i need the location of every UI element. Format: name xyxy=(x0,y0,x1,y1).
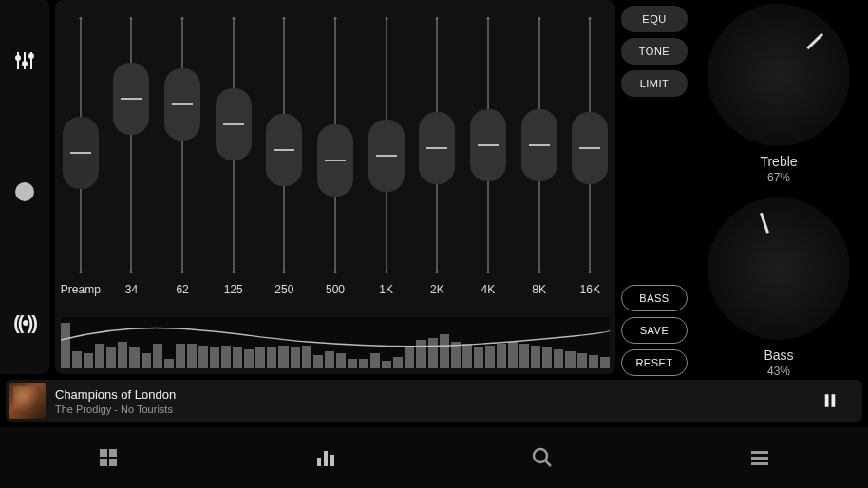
now-playing-bar[interactable]: Champions of London The Prodigy - No Tou… xyxy=(6,380,862,422)
band-slider-2K[interactable]: 2K xyxy=(411,11,462,296)
svg-point-3 xyxy=(23,62,27,66)
equ-button[interactable]: EQU xyxy=(621,6,688,32)
band-label: 16K xyxy=(564,283,615,296)
pause-button[interactable] xyxy=(811,382,849,420)
band-label: 4K xyxy=(462,283,514,296)
search-icon xyxy=(531,446,554,469)
svg-rect-18 xyxy=(751,457,768,460)
band-slider-125[interactable]: 125 xyxy=(208,11,259,296)
svg-point-5 xyxy=(29,54,33,58)
band-label: 8K xyxy=(514,283,565,296)
album-art xyxy=(9,383,46,419)
eq-curve xyxy=(61,317,610,368)
svg-rect-9 xyxy=(109,449,117,457)
band-label: 250 xyxy=(259,283,311,296)
equalizer-screen: ((•)) Preamp34621252505001K2K4K8K16K EQU… xyxy=(0,0,868,488)
limit-button[interactable]: LIMIT xyxy=(621,70,688,97)
sliders-icon[interactable] xyxy=(11,47,38,74)
band-slider-500[interactable]: 500 xyxy=(310,11,361,296)
band-label: Preamp xyxy=(55,283,106,296)
equalizer-icon xyxy=(314,446,337,469)
spectrum xyxy=(61,317,610,368)
track-meta: Champions of London The Prodigy - No Tou… xyxy=(55,387,811,415)
tone-knobs: Treble 67% Bass 43% xyxy=(693,4,864,374)
band-slider-250[interactable]: 250 xyxy=(259,11,311,296)
treble-value: 67% xyxy=(767,171,790,184)
nav-menu[interactable] xyxy=(741,439,779,477)
band-label: 1K xyxy=(361,283,412,296)
band-slider-8K[interactable]: 8K xyxy=(514,11,565,296)
reset-button[interactable]: RESET xyxy=(621,349,688,376)
treble-knob-wrap: Treble 67% xyxy=(708,4,850,184)
track-title: Champions of London xyxy=(55,387,811,402)
svg-point-15 xyxy=(534,449,547,462)
band-slider-34[interactable]: 34 xyxy=(106,11,158,296)
svg-rect-8 xyxy=(100,449,107,457)
nav-library[interactable] xyxy=(89,439,127,477)
eq-panel: Preamp34621252505001K2K4K8K16K xyxy=(55,0,615,374)
treble-label: Treble xyxy=(760,154,797,169)
svg-rect-13 xyxy=(324,451,328,466)
band-label: 2K xyxy=(411,283,462,296)
pause-icon xyxy=(821,392,839,409)
treble-knob[interactable] xyxy=(708,4,850,146)
band-label: 34 xyxy=(106,283,158,296)
menu-icon xyxy=(748,446,771,469)
grid-icon xyxy=(97,446,120,469)
tone-button[interactable]: TONE xyxy=(621,38,688,65)
band-slider-1K[interactable]: 1K xyxy=(361,11,412,296)
knob-icon[interactable] xyxy=(11,178,38,205)
band-slider-62[interactable]: 62 xyxy=(157,11,208,296)
left-rail: ((•)) xyxy=(0,0,49,374)
svg-rect-17 xyxy=(751,451,768,454)
band-label: 500 xyxy=(310,283,361,296)
bottom-nav xyxy=(0,427,868,488)
svg-rect-12 xyxy=(317,458,321,466)
bass-knob[interactable] xyxy=(708,197,850,340)
band-label: 125 xyxy=(208,283,259,296)
nav-search[interactable] xyxy=(523,439,561,477)
band-slider-16K[interactable]: 16K xyxy=(564,11,615,296)
eq-bands: Preamp34621252505001K2K4K8K16K xyxy=(55,11,615,296)
surround-icon[interactable]: ((•)) xyxy=(11,310,38,336)
svg-point-1 xyxy=(16,56,20,60)
preset-buttons: BASS SAVE RESET xyxy=(621,285,688,376)
svg-line-16 xyxy=(545,460,551,466)
svg-rect-6 xyxy=(825,394,829,407)
svg-rect-10 xyxy=(100,459,107,466)
save-button[interactable]: SAVE xyxy=(621,317,688,344)
mode-buttons: EQU TONE LIMIT xyxy=(621,6,688,97)
track-artist-album: The Prodigy - No Tourists xyxy=(55,404,811,415)
band-slider-4K[interactable]: 4K xyxy=(462,11,514,296)
svg-rect-11 xyxy=(109,459,117,466)
svg-rect-7 xyxy=(832,394,836,407)
band-label: 62 xyxy=(157,283,208,296)
bass-preset-button[interactable]: BASS xyxy=(621,285,688,311)
svg-rect-14 xyxy=(330,455,334,466)
nav-equalizer[interactable] xyxy=(307,439,345,477)
bass-label: Bass xyxy=(764,347,793,363)
bass-value: 43% xyxy=(767,365,790,378)
svg-rect-19 xyxy=(751,462,768,465)
bass-knob-wrap: Bass 43% xyxy=(708,197,850,378)
preamp-slider[interactable]: Preamp xyxy=(55,11,106,296)
